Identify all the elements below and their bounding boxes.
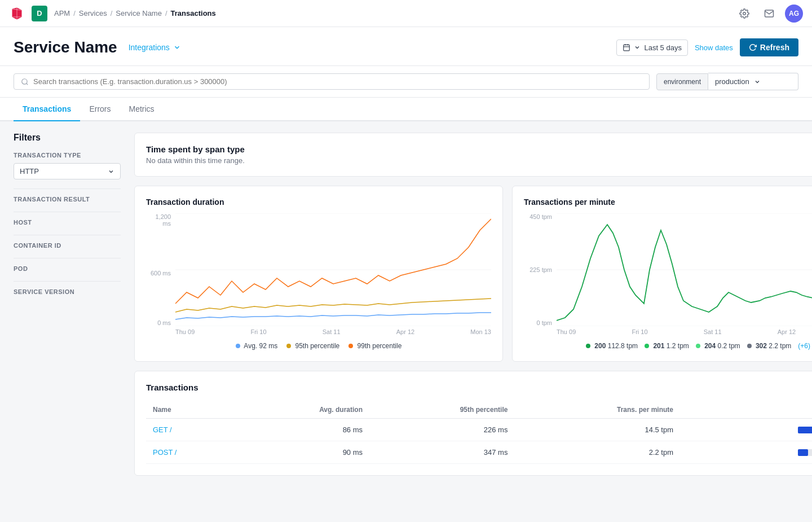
- top-nav: D APM / Services / Service Name / Transa…: [0, 0, 812, 27]
- col-impact[interactable]: Impact: [680, 401, 812, 419]
- filter-transaction-type: TRANSACTION TYPE HTTP: [14, 152, 121, 179]
- host-label: HOST: [14, 219, 121, 226]
- date-range-label: Last 5 days: [644, 43, 682, 52]
- td-x-2: Sat 11: [323, 328, 341, 335]
- svg-point-0: [743, 12, 746, 15]
- page-header: Service Name Integrations Last 5 days Sh…: [0, 27, 812, 66]
- row-1-name[interactable]: POST /: [146, 441, 235, 464]
- sidebar-filters: Filters TRANSACTION TYPE HTTP TRANSACTIO…: [14, 133, 121, 519]
- svg-rect-1: [624, 45, 630, 51]
- refresh-button[interactable]: Refresh: [740, 38, 798, 56]
- time-spent-title: Time spent by span type: [146, 144, 245, 154]
- filter-service-version: SERVICE VERSION: [14, 288, 121, 295]
- transaction-duration-card: Transaction duration 1,200 ms 600 ms 0 m…: [134, 186, 503, 362]
- transaction-duration-title: Transaction duration: [146, 198, 491, 207]
- tabs-row: Transactions Errors Metrics: [0, 98, 812, 121]
- service-version-label: SERVICE VERSION: [14, 288, 121, 295]
- filter-host: HOST: [14, 219, 121, 226]
- table-row: POST / 90 ms 347 ms 2.2 tpm: [146, 441, 812, 464]
- calendar-icon: [623, 43, 630, 51]
- row-0-impact: [680, 419, 812, 441]
- td-legend-2: 99th percentile: [348, 342, 401, 350]
- tpm-chart: [557, 213, 812, 326]
- tab-transactions[interactable]: Transactions: [14, 98, 80, 121]
- svg-point-5: [22, 78, 27, 84]
- integrations-button[interactable]: Integrations: [129, 43, 181, 52]
- tpm-legend-plus[interactable]: (+6): [798, 342, 810, 350]
- search-icon: [21, 78, 29, 86]
- filter-divider: [14, 235, 121, 235]
- workspace-avatar[interactable]: D: [32, 6, 47, 21]
- user-avatar[interactable]: AG: [785, 5, 803, 23]
- td-x-1: Fri 10: [250, 328, 266, 335]
- tpm-x-0: Thu 09: [557, 328, 576, 335]
- transactions-table: Name Avg. duration 95th percentile Trans…: [146, 401, 812, 464]
- col-tpm: Trans. per minute: [514, 401, 680, 419]
- header-right: Last 5 days Show dates Refresh: [616, 38, 798, 56]
- col-p95: 95th percentile: [369, 401, 514, 419]
- tpm-y-mid: 225 tpm: [524, 266, 552, 273]
- main-content: Filters TRANSACTION TYPE HTTP TRANSACTIO…: [0, 121, 812, 522]
- transaction-result-label: TRANSACTION RESULT: [14, 196, 121, 203]
- col-name: Name: [146, 401, 235, 419]
- app-logo: [9, 6, 25, 21]
- col-avg-duration: Avg. duration: [235, 401, 369, 419]
- breadcrumb-services[interactable]: Services: [79, 9, 107, 17]
- breadcrumb-current: Transactions: [171, 9, 216, 17]
- transaction-type-label: TRANSACTION TYPE: [14, 152, 121, 159]
- row-0-tpm: 14.5 tpm: [514, 419, 680, 441]
- mail-icon[interactable]: [760, 5, 778, 23]
- transaction-duration-chart: [175, 213, 491, 326]
- nav-right: AG: [735, 5, 803, 23]
- row-0-avg-duration: 86 ms: [235, 419, 369, 441]
- breadcrumb-service-name[interactable]: Service Name: [116, 9, 162, 17]
- tpm-y-max: 450 tpm: [524, 213, 552, 220]
- svg-line-6: [27, 83, 28, 85]
- row-0-name[interactable]: GET /: [146, 419, 235, 441]
- charts-row: Transaction duration 1,200 ms 600 ms 0 m…: [134, 186, 812, 362]
- filter-divider: [14, 281, 121, 282]
- tpm-legend-2: 204 0.2 tpm: [696, 342, 740, 350]
- time-spent-card: Time spent by span type No data within t…: [134, 133, 812, 177]
- chevron-down-icon: [754, 78, 761, 85]
- table-row: GET / 86 ms 226 ms 14.5 tpm: [146, 419, 812, 441]
- breadcrumb: APM / Services / Service Name / Transact…: [54, 9, 729, 17]
- time-spent-subtitle: No data within this time range.: [146, 156, 245, 165]
- row-1-p95: 347 ms: [369, 441, 514, 464]
- row-1-tpm: 2.2 tpm: [514, 441, 680, 464]
- settings-icon[interactable]: [735, 5, 753, 23]
- breadcrumb-apm[interactable]: APM: [54, 9, 70, 17]
- tpm-x-3: Apr 12: [778, 328, 796, 335]
- environment-label: environment: [656, 73, 708, 90]
- filter-divider: [14, 212, 121, 212]
- td-legend-0: Avg. 92 ms: [236, 342, 277, 350]
- transactions-card: Transactions Name Avg. duration 95th per…: [134, 371, 812, 476]
- tpm-legend-0: 200 112.8 tpm: [586, 342, 638, 350]
- tpm-legend-3: 302 2.2 tpm: [747, 342, 792, 350]
- filter-pod: POD: [14, 265, 121, 272]
- right-content: Time spent by span type No data within t…: [134, 133, 812, 519]
- filter-transaction-result: TRANSACTION RESULT: [14, 196, 121, 203]
- transaction-type-dropdown[interactable]: HTTP: [14, 163, 121, 179]
- search-input[interactable]: [33, 77, 642, 86]
- td-x-3: Apr 12: [396, 328, 414, 335]
- row-1-impact: [680, 441, 812, 464]
- refresh-icon: [749, 43, 757, 51]
- environment-dropdown[interactable]: production: [708, 73, 798, 90]
- filter-divider: [14, 188, 121, 189]
- date-picker-button[interactable]: Last 5 days: [616, 40, 688, 56]
- td-x-4: Mon 13: [470, 328, 491, 335]
- filter-container-id: CONTAINER ID: [14, 242, 121, 249]
- tab-errors[interactable]: Errors: [80, 98, 120, 121]
- td-x-0: Thu 09: [175, 328, 195, 335]
- td-y-max: 1,200 ms: [146, 213, 171, 227]
- tpm-x-2: Sat 11: [704, 328, 722, 335]
- chevron-down-icon: [634, 44, 641, 51]
- transactions-table-title: Transactions: [146, 383, 812, 392]
- show-dates-button[interactable]: Show dates: [695, 43, 733, 52]
- search-input-wrap[interactable]: [14, 73, 650, 90]
- tab-metrics[interactable]: Metrics: [120, 98, 164, 121]
- filter-divider: [14, 258, 121, 258]
- chevron-down-icon: [108, 168, 114, 175]
- row-0-p95: 226 ms: [369, 419, 514, 441]
